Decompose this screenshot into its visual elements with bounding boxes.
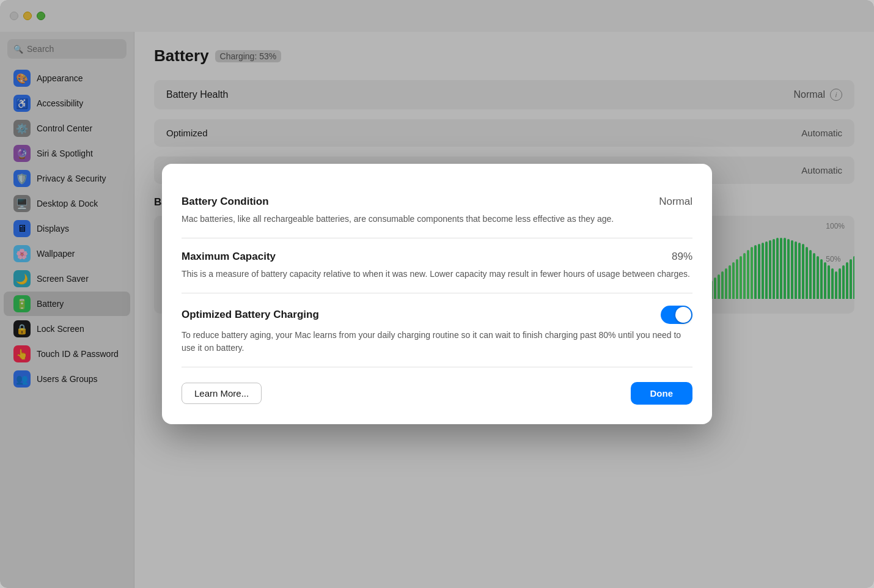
toggle-knob xyxy=(675,307,691,323)
maximum-capacity-section: Maximum Capacity 89% This is a measure o… xyxy=(182,238,692,293)
maximum-capacity-header: Maximum Capacity 89% xyxy=(182,251,692,263)
optimized-charging-section: Optimized Battery Charging To reduce bat… xyxy=(182,293,692,367)
modal-footer: Learn More... Done xyxy=(182,367,692,405)
battery-condition-title: Battery Condition xyxy=(182,196,269,208)
main-window: 🔍 🎨Appearance♿Accessibility⚙️Control Cen… xyxy=(0,0,874,588)
battery-condition-desc: Mac batteries, like all rechargeable bat… xyxy=(182,213,692,226)
optimized-charging-desc: To reduce battery aging, your Mac learns… xyxy=(182,329,692,355)
learn-more-button[interactable]: Learn More... xyxy=(182,383,262,404)
battery-condition-section: Battery Condition Normal Mac batteries, … xyxy=(182,183,692,238)
maximum-capacity-title: Maximum Capacity xyxy=(182,251,276,263)
optimized-charging-toggle[interactable] xyxy=(661,306,692,324)
done-button[interactable]: Done xyxy=(631,382,693,405)
battery-condition-value: Normal xyxy=(659,196,692,208)
optimized-charging-title: Optimized Battery Charging xyxy=(182,309,319,321)
maximum-capacity-desc: This is a measure of battery capacity re… xyxy=(182,268,692,281)
modal-backdrop: Battery Condition Normal Mac batteries, … xyxy=(0,0,874,588)
optimized-charging-header: Optimized Battery Charging xyxy=(182,306,692,324)
battery-health-modal: Battery Condition Normal Mac batteries, … xyxy=(162,164,712,424)
maximum-capacity-value: 89% xyxy=(672,251,692,263)
battery-condition-header: Battery Condition Normal xyxy=(182,196,692,208)
